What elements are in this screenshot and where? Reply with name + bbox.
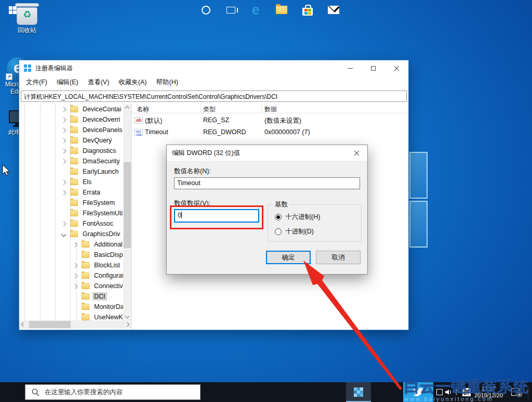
ime-mode-button[interactable]: 拼 [462,382,471,402]
tree-item[interactable]: Additional [19,239,131,250]
chevron-right-icon[interactable] [73,242,78,247]
tree-item[interactable]: Errata [19,187,131,198]
chevron-right-icon[interactable] [61,117,66,122]
folder-icon [82,273,89,279]
taskbar-edge-button[interactable]: e [243,0,268,20]
tree-item-label: Configurat [92,271,126,280]
tree-item-label: Additional [92,240,124,249]
taskbar-clock[interactable]: 17:27 2019/12/20 [474,382,508,402]
folder-icon [70,210,78,216]
close-button[interactable] [385,60,408,76]
value-name-input[interactable]: Timeout [174,177,360,189]
tree-horizontal-scrollbar[interactable] [19,320,131,329]
search-placeholder: 在这里输入你要搜索的内容 [45,388,123,397]
microsoft-store-icon [302,8,313,16]
folder-icon [70,179,78,185]
tray-app-button[interactable] [436,382,443,402]
tree-item[interactable]: Connectivi [19,281,131,291]
taskbar-search-box[interactable]: 在这里输入你要搜索的内容 [25,384,201,400]
tree-item-label: DevicePanels [81,126,124,134]
chevron-right-icon[interactable] [61,221,66,226]
chevron-down-icon[interactable] [61,231,66,237]
tree-item[interactable]: BasicDispl [19,250,131,260]
action-center-button[interactable]: 1 [511,382,520,402]
chevron-right-icon[interactable] [73,273,78,278]
menu-item-1[interactable]: 编辑(E) [52,76,83,88]
folder-icon [70,200,78,206]
base-groupbox: 基数 十六进制(H) 十进制(D) [268,204,362,242]
tree-item[interactable]: FileSystemUti [19,208,131,218]
menu-item-0[interactable]: 文件(F) [21,76,52,88]
tree-item[interactable]: DeviceContai [19,104,131,114]
chevron-right-icon[interactable] [61,179,66,185]
tree-item-label: DeviceOverri [81,115,122,124]
show-desktop-divider[interactable] [528,385,528,399]
taskbar-store-button[interactable] [295,0,320,20]
radio-hexadecimal[interactable]: 十六进制(H) [275,213,320,222]
scrollbar-thumb[interactable] [29,321,71,328]
chevron-right-icon[interactable] [61,190,66,195]
column-header-data[interactable]: 数据 [264,105,277,114]
tree-item[interactable]: DmaSecurity [19,156,131,166]
tree-item[interactable]: DevicePanels [19,125,131,135]
chevron-right-icon[interactable] [61,138,66,143]
radio-decimal[interactable]: 十进制(D) [275,227,314,236]
taskbar-twitter-tile[interactable] [403,382,433,402]
close-icon [394,66,400,71]
scrollbar-thumb[interactable] [124,162,131,248]
tray-volume-button[interactable] [445,382,452,402]
minimize-button[interactable] [338,60,362,76]
address-input[interactable]: 计算机\HKEY_LOCAL_MACHINE\SYSTEM\CurrentCon… [21,90,407,102]
tree-item[interactable]: DCI [19,291,131,302]
cortana-icon [202,6,210,15]
chevron-right-icon[interactable] [73,283,78,289]
dword-value-icon: 011110 [135,129,143,136]
menu-item-4[interactable]: 帮助(H) [151,76,182,88]
scroll-left-icon [21,322,25,327]
tree-item[interactable]: DevQuery [19,135,131,146]
taskbar-mail-button[interactable] [321,0,346,20]
ok-button[interactable]: 确定 [266,251,311,264]
tree-item[interactable]: Els [19,177,131,187]
maximize-button[interactable] [362,60,385,76]
taskbar-explorer-button[interactable] [269,0,294,20]
tree-item[interactable]: MonitorDa [19,302,131,312]
tree-item[interactable]: DeviceOverri [19,114,131,125]
speaker-icon [445,389,452,395]
chevron-right-icon[interactable] [73,263,78,268]
task-view-button[interactable] [218,0,243,20]
start-button[interactable] [0,0,25,20]
folder-icon [82,314,89,320]
dialog-title-bar[interactable]: 编辑 DWORD (32 位)值 [167,145,367,161]
chevron-right-icon[interactable] [61,159,66,164]
file-explorer-icon [276,6,287,14]
tree-item-label: Errata [81,188,102,197]
folder-icon [70,158,78,164]
menu-item-2[interactable]: 查看(V) [83,76,114,88]
menu-item-3[interactable]: 收藏夹(A) [114,76,151,88]
tree-item[interactable]: GraphicsDriv [19,229,131,239]
tree-item[interactable]: FontAssoc [19,218,131,229]
tree-item-label: DmaSecurity [81,157,122,165]
cortana-button[interactable] [193,0,218,20]
tree-item[interactable]: EarlyLaunch [19,166,131,177]
tree-item[interactable]: BlockList [19,260,131,270]
dialog-close-button[interactable] [345,145,367,161]
cancel-button[interactable]: 取消 [316,251,361,264]
tree-item-label: MonitorDa [92,303,126,311]
chevron-right-icon[interactable] [61,127,66,133]
taskbar-active-app-button[interactable] [346,382,371,402]
value-row[interactable]: 011110TimeoutREG_DWORD0x00000007 (7) [132,127,408,138]
chevron-right-icon[interactable] [61,107,66,112]
value-row[interactable]: ab(默认)REG_SZ(数值未设置) [132,115,408,126]
column-header-type[interactable]: 类型 [203,105,216,114]
value-data: 0x00000007 (7) [264,128,310,136]
title-bar[interactable]: 注册表编辑器 [19,60,408,76]
chevron-right-icon[interactable] [61,148,66,153]
tree-item[interactable]: Configurat [19,270,131,281]
ime-language-button[interactable]: 中 [453,382,460,402]
column-header-name[interactable]: 名称 [137,105,149,114]
tree-item[interactable]: Diagnostics [19,146,131,156]
tree-vertical-scrollbar[interactable] [123,104,131,320]
tree-item[interactable]: FileSystem [19,198,131,208]
